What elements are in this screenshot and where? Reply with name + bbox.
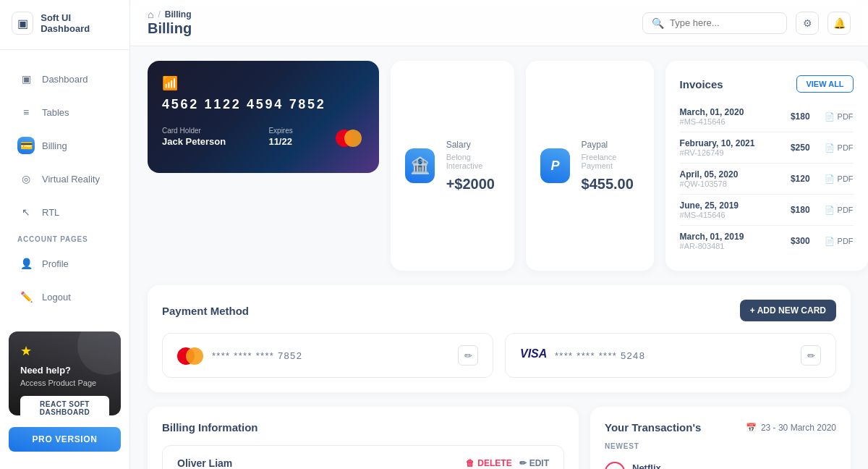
- sidebar-item-logout[interactable]: ✏️ Logout: [6, 281, 124, 313]
- header-actions: 🔍 ⚙ 🔔: [642, 12, 851, 35]
- edit-card-button[interactable]: ✏: [801, 345, 821, 366]
- tx-name: Netflix: [632, 462, 733, 470]
- pro-version-button[interactable]: PRO VERSION: [9, 427, 121, 452]
- invoice-right: $180 📄PDF: [791, 205, 854, 215]
- help-star: ★: [20, 343, 109, 359]
- transactions-header: Your Transaction's 📅 23 - 30 March 2020: [605, 421, 836, 434]
- view-all-button[interactable]: VIEW ALL: [796, 75, 853, 93]
- invoice-id: #MS-415646: [680, 211, 739, 219]
- header-left: ⌂ / Billing Billing: [148, 9, 192, 37]
- sidebar-item-label: Logout: [42, 292, 71, 303]
- invoice-row: March, 01, 2020 #MS-415646 $180 📄PDF: [680, 101, 854, 132]
- content-area: 📶 4562 1122 4594 7852 Card Holder Jack P…: [130, 46, 868, 469]
- invoice-date: March, 01, 2019: [680, 232, 744, 242]
- mastercard-circle-right: [344, 130, 362, 147]
- card-footer: Card Holder Jack Peterson Expires 11/22: [162, 127, 365, 147]
- invoice-amount: $180: [791, 205, 810, 215]
- invoice-pdf[interactable]: 📄PDF: [825, 112, 854, 122]
- card-expires-value: 11/22: [268, 136, 292, 147]
- tx-minus-icon: −: [605, 462, 625, 469]
- breadcrumb-separator: /: [158, 9, 160, 20]
- breadcrumb-current: Billing: [165, 9, 192, 20]
- invoice-pdf[interactable]: 📄PDF: [825, 174, 854, 184]
- delete-button[interactable]: 🗑 DELETE: [466, 458, 511, 468]
- profile-icon: 👤: [17, 255, 35, 272]
- wifi-icon: 📶: [162, 75, 365, 91]
- sidebar-item-rtl[interactable]: ↖ RTL: [6, 196, 124, 228]
- salary-icon: 🏦: [405, 148, 435, 183]
- invoice-row: March, 01, 2019 #AR-803481 $300 📄PDF: [680, 226, 854, 256]
- card-masked-number: **** **** **** 7852: [212, 350, 302, 361]
- billing-info-header: Billing Information: [162, 421, 564, 434]
- search-box[interactable]: 🔍: [642, 12, 787, 34]
- payment-title: Payment Method: [162, 305, 249, 317]
- logo-icon: ▣: [12, 12, 33, 35]
- invoice-date: June, 25, 2019: [680, 200, 739, 211]
- help-title: Need help?: [20, 365, 109, 376]
- invoice-date: February, 10, 2021: [680, 138, 755, 148]
- card-expires-section: Expires 11/22: [268, 127, 292, 147]
- invoice-amount: $250: [791, 143, 810, 153]
- edit-button[interactable]: ✏ EDIT: [519, 458, 549, 468]
- sidebar-item-tables[interactable]: ≡ Tables: [6, 96, 124, 128]
- invoice-pdf[interactable]: 📄PDF: [825, 237, 854, 246]
- invoice-date: April, 05, 2020: [680, 169, 739, 179]
- sidebar-nav: ▣ Dashboard ≡ Tables 💳 Billing ◎ Virtual…: [0, 50, 129, 326]
- page-title: Billing: [148, 20, 192, 37]
- invoice-pdf[interactable]: 📄PDF: [825, 143, 854, 153]
- invoice-row: February, 10, 2021 #RV-126749 $250 📄PDF: [680, 132, 854, 164]
- billing-info-title: Billing Information: [162, 421, 258, 434]
- invoice-info: February, 10, 2021 #RV-126749: [680, 138, 755, 157]
- sidebar-item-billing[interactable]: 💳 Billing: [6, 130, 124, 161]
- search-input[interactable]: [670, 17, 778, 28]
- mastercard-brand-icon: [177, 347, 203, 363]
- transactions-title: Your Transaction's: [605, 421, 701, 434]
- card-holder-value: Jack Peterson: [162, 136, 226, 147]
- main-content: ⌂ / Billing Billing 🔍 ⚙ 🔔 📶: [130, 0, 868, 469]
- invoice-info: March, 01, 2019 #AR-803481: [680, 232, 744, 250]
- payment-method-panel: Payment Method + ADD NEW CARD **** **** …: [148, 285, 851, 392]
- rtl-icon: ↖: [17, 203, 35, 221]
- sidebar-item-label: RTL: [42, 207, 59, 218]
- calendar-icon: 📅: [746, 423, 757, 433]
- cards-row: **** **** **** 7852 ✏ VISA **** **** ***…: [162, 333, 836, 378]
- card-item-left: VISA **** **** **** 5248: [520, 347, 645, 363]
- notifications-button[interactable]: 🔔: [827, 12, 851, 35]
- invoice-row: April, 05, 2020 #QW-103578 $120 📄PDF: [680, 164, 854, 195]
- invoice-info: March, 01, 2020 #MS-415646: [680, 107, 744, 126]
- person-name: Oliver Liam: [177, 457, 232, 469]
- sidebar-item-dashboard[interactable]: ▣ Dashboard: [6, 63, 124, 95]
- invoice-id: #RV-126749: [680, 148, 755, 157]
- react-dashboard-button[interactable]: REACT SOFT DASHBOARD: [20, 396, 109, 415]
- transactions-panel: Your Transaction's 📅 23 - 30 March 2020 …: [590, 407, 851, 469]
- invoice-amount: $300: [791, 236, 810, 246]
- paypal-card: P Paypal Freelance Payment $455.00: [526, 61, 653, 271]
- invoice-id: #QW-103578: [680, 179, 739, 188]
- paypal-value: $455.00: [582, 176, 639, 193]
- date-range-text: 23 - 30 March 2020: [761, 423, 836, 433]
- invoice-pdf[interactable]: 📄PDF: [825, 206, 854, 215]
- sidebar-item-label: Virtual Reality: [42, 174, 100, 185]
- person-header: Oliver Liam 🗑 DELETE ✏ EDIT: [177, 457, 549, 469]
- paypal-info: Paypal Freelance Payment $455.00: [582, 140, 639, 193]
- edit-card-button[interactable]: ✏: [458, 345, 478, 366]
- invoice-info: June, 25, 2019 #MS-415646: [680, 200, 739, 219]
- help-card: ★ Need help? Access Product Page REACT S…: [9, 331, 121, 415]
- sidebar-item-profile[interactable]: 👤 Profile: [6, 248, 124, 279]
- home-icon: ⌂: [148, 9, 153, 20]
- visa-logo-text: VISA: [520, 347, 547, 363]
- paypal-sublabel: Freelance Payment: [582, 153, 639, 170]
- billing-person-oliver: Oliver Liam 🗑 DELETE ✏ EDIT Company Name…: [162, 445, 564, 469]
- invoice-amount: $180: [791, 111, 810, 122]
- invoice-id: #MS-415646: [680, 117, 744, 126]
- settings-button[interactable]: ⚙: [796, 12, 819, 35]
- header: ⌂ / Billing Billing 🔍 ⚙ 🔔: [130, 0, 868, 46]
- invoice-right: $300 📄PDF: [791, 236, 854, 246]
- vr-icon: ◎: [17, 170, 35, 187]
- salary-card: 🏦 Salary Belong Interactive +$2000: [391, 61, 514, 271]
- paypal-icon: P: [540, 148, 569, 183]
- billing-icon: 💳: [17, 137, 35, 154]
- add-card-button[interactable]: + ADD NEW CARD: [740, 300, 836, 321]
- card-item-mastercard: **** **** **** 7852 ✏: [162, 333, 493, 378]
- sidebar-item-vr[interactable]: ◎ Virtual Reality: [6, 163, 124, 195]
